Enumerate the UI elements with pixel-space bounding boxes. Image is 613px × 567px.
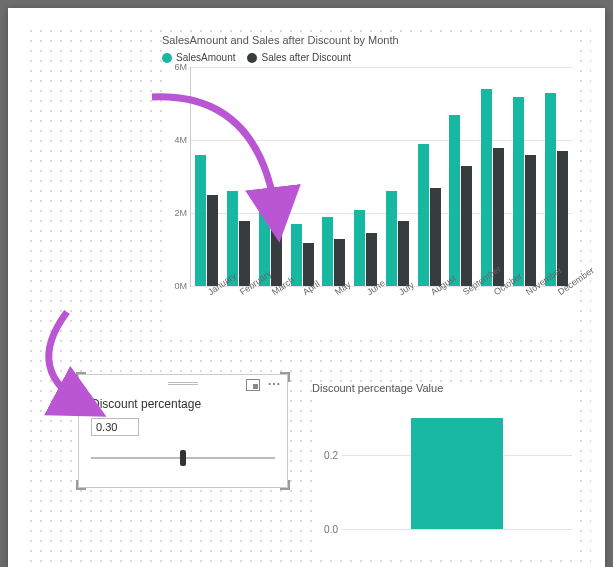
bar-sales-amount: [418, 144, 429, 286]
bar-sales-after-discount: [239, 221, 250, 287]
bar-sales-after-discount: [461, 166, 472, 286]
chart-legend: SalesAmount Sales after Discount: [162, 52, 572, 63]
bar-group: [223, 67, 255, 286]
plot-area: 0M2M4M6M: [190, 67, 572, 287]
selection-handle[interactable]: [76, 372, 86, 382]
y-tick-label: 0.0: [312, 524, 338, 535]
sales-by-month-chart[interactable]: SalesAmount and Sales after Discount by …: [162, 34, 572, 334]
bar-sales-after-discount: [334, 239, 345, 286]
y-tick-label: 4M: [163, 135, 187, 145]
bar-sales-after-discount: [271, 230, 282, 287]
chart-title: Discount percentage Value: [312, 382, 572, 394]
legend-item: Sales after Discount: [247, 52, 351, 63]
y-tick-label: 2M: [163, 208, 187, 218]
bar-group: [509, 67, 541, 286]
bar-group: [191, 67, 223, 286]
bar-sales-after-discount: [525, 155, 536, 286]
bar-sales-amount: [513, 97, 524, 287]
report-canvas: SalesAmount and Sales after Discount by …: [22, 22, 591, 567]
bar-group: [413, 67, 445, 286]
bar-discount-value: [411, 418, 503, 529]
report-page: SalesAmount and Sales after Discount by …: [8, 8, 605, 567]
bar-sales-amount: [386, 191, 397, 286]
bar-sales-after-discount: [366, 233, 377, 286]
slicer-slider[interactable]: [91, 450, 275, 466]
y-tick-label: 6M: [163, 62, 187, 72]
legend-label: SalesAmount: [176, 52, 235, 63]
selection-handle[interactable]: [280, 372, 290, 382]
svg-rect-1: [253, 384, 258, 389]
selection-handle[interactable]: [280, 480, 290, 490]
discount-percentage-value-chart[interactable]: Discount percentage Value 0.00.2: [312, 382, 572, 552]
bar-group: [350, 67, 382, 286]
bar-group: [286, 67, 318, 286]
bar-group: [445, 67, 477, 286]
chart-title: SalesAmount and Sales after Discount by …: [162, 34, 572, 46]
bar-sales-after-discount: [430, 188, 441, 287]
y-tick-label: 0.2: [312, 450, 338, 461]
bar-sales-amount: [449, 115, 460, 287]
bar-group: [477, 67, 509, 286]
bar-sales-after-discount: [398, 221, 409, 287]
y-tick-label: 0M: [163, 281, 187, 291]
bar-sales-amount: [322, 217, 333, 286]
legend-swatch: [247, 53, 257, 63]
more-options-icon[interactable]: ···: [268, 379, 281, 394]
bar-group: [318, 67, 350, 286]
discount-percentage-slicer[interactable]: ··· Discount percentage: [78, 374, 288, 488]
plot-area: 0.00.2: [342, 400, 572, 530]
legend-label: Sales after Discount: [261, 52, 351, 63]
bar-sales-amount: [195, 155, 206, 286]
slicer-title: Discount percentage: [91, 397, 275, 411]
bar-sales-after-discount: [207, 195, 218, 286]
bar-sales-amount: [545, 93, 556, 286]
selection-handle[interactable]: [76, 480, 86, 490]
bar-group: [382, 67, 414, 286]
slider-thumb[interactable]: [180, 450, 186, 466]
slicer-value-input[interactable]: [91, 418, 139, 436]
x-axis-labels: JanuaryFebruaryMarchAprilMayJuneJulyAugu…: [190, 287, 572, 327]
bar-group: [540, 67, 572, 286]
bar-group: [255, 67, 287, 286]
bar-sales-amount: [354, 210, 365, 287]
bar-sales-amount: [481, 89, 492, 286]
focus-mode-icon[interactable]: [246, 379, 260, 394]
